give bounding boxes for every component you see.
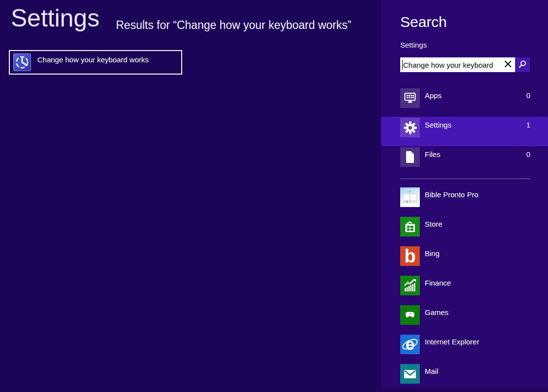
apps-monitor-icon [400,88,420,108]
search-panel: Search Settings [381,0,548,392]
search-field [400,57,515,72]
search-panel-title: Search [400,14,447,30]
results-heading: Results for “Change how your keyboard wo… [116,19,351,32]
games-controller-icon [400,305,420,325]
category-count: 1 [526,121,530,129]
category-count: 0 [526,150,530,158]
app-row-internet-explorer[interactable]: e Internet Explorer [381,334,548,363]
category-label: Apps [425,91,441,100]
app-label: Finance [425,279,451,287]
category-row-apps[interactable]: Apps 0 [381,87,548,117]
result-item-change-keyboard[interactable]: Change how your keyboard works [9,50,182,75]
settings-gear-icon [400,118,420,137]
section-divider [400,179,530,179]
app-label: Mail [425,367,438,375]
page-title: Settings [11,4,100,32]
app-label: Store [425,220,442,228]
clear-search-button[interactable] [500,57,515,72]
bible-pronto-pro-icon [400,187,420,207]
windows8-search-screen: Settings Results for “Change how your ke… [0,0,548,392]
ease-of-access-icon [13,53,31,71]
category-count: 0 [526,91,530,100]
app-label: Games [425,308,448,316]
category-row-settings[interactable]: Settings 1 [381,117,548,146]
app-row-store[interactable]: Store [381,216,548,245]
category-label: Settings [425,121,451,129]
internet-explorer-icon: e [400,335,420,354]
magnifier-icon [518,60,527,70]
app-label: Bing [425,249,439,258]
clear-x-icon [504,60,512,69]
search-scope-label: Settings [400,41,427,49]
app-row-mail[interactable]: Mail [381,363,548,392]
finance-chart-icon [400,276,420,295]
store-bag-icon [400,217,420,236]
search-submit-button[interactable] [515,57,530,72]
file-document-icon [400,147,420,167]
category-label: Files [425,150,440,158]
results-region: Settings Results for “Change how your ke… [0,0,381,392]
bing-b-icon: b [400,246,420,266]
mail-envelope-icon [400,364,420,384]
app-row-bible-pronto-pro[interactable]: Bible Pronto Pro [381,186,548,216]
search-box [400,57,530,72]
app-row-games[interactable]: Games [381,304,548,334]
app-label: Internet Explorer [425,338,479,346]
app-label: Bible Pronto Pro [425,190,478,199]
category-row-files[interactable]: Files 0 [381,146,548,176]
search-input[interactable] [400,57,515,72]
app-row-bing[interactable]: b Bing [381,245,548,275]
text-caret [402,60,403,70]
result-item-label: Change how your keyboard works [37,55,149,64]
app-row-finance[interactable]: Finance [381,275,548,304]
